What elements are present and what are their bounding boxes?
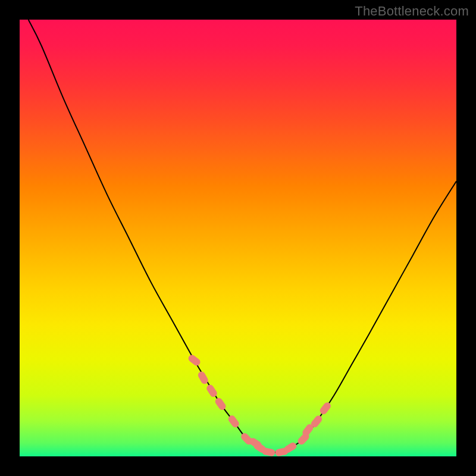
curve-markers xyxy=(187,353,332,457)
chart-svg xyxy=(20,20,456,456)
curve-marker xyxy=(187,353,202,367)
watermark-text: TheBottleneck.com xyxy=(355,4,469,19)
curve-marker xyxy=(205,383,218,398)
bottleneck-curve xyxy=(29,20,456,453)
curve-marker xyxy=(318,401,332,416)
curve-marker xyxy=(214,396,227,411)
chart-frame: TheBottleneck.com xyxy=(0,0,476,476)
plot-area xyxy=(20,20,456,456)
curve-marker xyxy=(261,447,275,457)
